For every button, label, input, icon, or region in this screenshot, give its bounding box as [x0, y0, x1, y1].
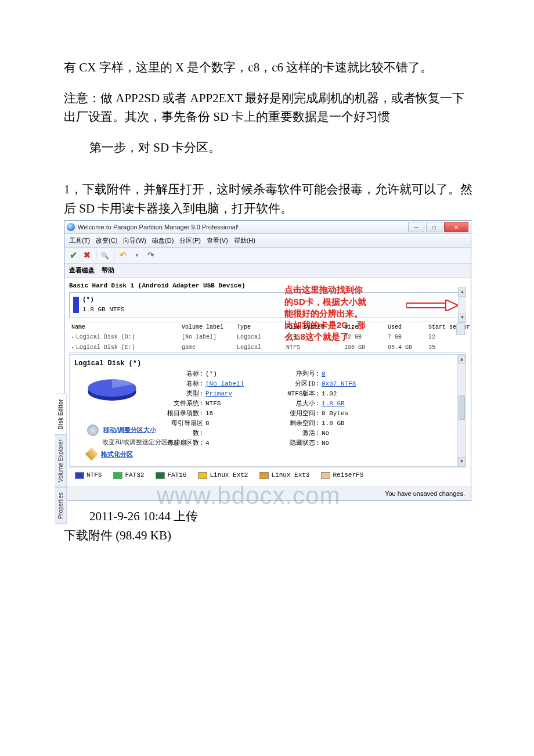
- swatch-icon: [259, 472, 269, 479]
- minimize-button[interactable]: ─: [408, 222, 424, 232]
- partition-color-icon: [73, 297, 79, 313]
- scrollbar-vertical[interactable]: ▲ ▼: [457, 355, 466, 466]
- link-serial[interactable]: 0: [322, 369, 326, 379]
- toolbar-separator: [96, 250, 96, 261]
- dropdown-icon[interactable]: ▾: [132, 250, 142, 261]
- prop-row: 激活:No: [277, 429, 394, 438]
- detail-pane: Logical Disk (*) www.bdocx.com 卷标:(*) 卷标…: [69, 354, 466, 467]
- disk-label-size: 1.8 GB NTFS: [82, 305, 125, 315]
- cell-fs: NTFS: [286, 333, 344, 342]
- title-bar: Welcome to Paragon Partition Manager 9.0…: [64, 221, 471, 234]
- step-1-body: 1，下载附件，并解压打开，这时候杀毒软件可能会报毒，允许就可以了。然后 SD 卡…: [64, 180, 473, 218]
- detail-title: Logical Disk (*): [74, 358, 461, 369]
- col-filesystem[interactable]: File system: [286, 323, 344, 332]
- legend-item: FAT16: [156, 470, 186, 480]
- app-window: Welcome to Paragon Partition Manager 9.0…: [64, 220, 471, 501]
- scroll-up-icon[interactable]: ▲: [458, 355, 466, 364]
- side-tab-disk-editor[interactable]: Disk Editor: [55, 394, 67, 435]
- view-disk-tab[interactable]: 查看磁盘: [69, 265, 95, 275]
- prop-row: 类型:Primary: [161, 389, 277, 399]
- svg-rect-0: [406, 303, 446, 308]
- col-type[interactable]: Type: [237, 323, 286, 332]
- scrollbar-vertical[interactable]: ▲ ▼: [458, 287, 466, 322]
- col-volume-label[interactable]: Volume label: [182, 323, 237, 332]
- prop-row: 序列号:0: [277, 369, 394, 379]
- disk-info: (*) 1.8 GB NTFS: [82, 295, 125, 315]
- swatch-icon: [113, 472, 122, 479]
- maximize-button[interactable]: □: [426, 222, 442, 232]
- disk-label-star: (*): [82, 295, 125, 305]
- cell-used: 7 GB: [388, 333, 428, 342]
- cell-vol: [No label]: [182, 333, 237, 342]
- prop-row: 卷标:[No label]: [161, 379, 277, 389]
- cell-size: 62 GB: [344, 333, 388, 342]
- menu-wizard[interactable]: 向导(W): [123, 236, 146, 246]
- toolbar-separator: [114, 250, 114, 261]
- gear-icon: [87, 424, 99, 436]
- search-icon[interactable]: 🔍: [100, 250, 110, 261]
- scroll-up-icon[interactable]: ▲: [459, 287, 466, 297]
- pie-chart-icon: [80, 375, 144, 404]
- apply-icon[interactable]: ✔: [68, 250, 78, 261]
- partition-table: Name Volume label Type File system Size …: [69, 322, 466, 354]
- menu-view[interactable]: 查看(V): [207, 236, 228, 246]
- menu-bar: 工具(T) 改变(C) 向导(W) 磁盘(D) 分区(P) 查看(V) 帮助(H…: [64, 234, 471, 248]
- link-no-label[interactable]: [No label]: [205, 379, 244, 389]
- col-size[interactable]: Size: [344, 323, 388, 332]
- menu-tools[interactable]: 工具(T): [69, 236, 90, 246]
- swatch-icon: [75, 472, 84, 479]
- prop-row: 文件系统:NTFS: [161, 399, 277, 409]
- prop-row: 使用空间:0 Bytes: [277, 409, 394, 419]
- cell-name: Logical Disk (E:): [71, 343, 182, 352]
- toolbar: ✔ ✖ 🔍 ↶ ▾ ↷: [64, 248, 471, 264]
- link-total-size[interactable]: 1.8 GB: [322, 399, 345, 409]
- prop-row: NTFS版本:1.02: [277, 389, 394, 399]
- brush-icon: [85, 448, 99, 461]
- sub-toolbar: 查看磁盘 帮助: [64, 264, 471, 278]
- scroll-down-icon[interactable]: ▼: [458, 457, 466, 466]
- table-row[interactable]: Logical Disk (D:) [No label] Logical NTF…: [69, 332, 466, 343]
- window-title: Welcome to Paragon Partition Manager 9.0…: [78, 222, 408, 232]
- side-tab-volume-explorer[interactable]: Volume Explorer: [55, 434, 67, 487]
- download-attachment-link[interactable]: 下载附件 (98.49 KB): [64, 526, 473, 545]
- prop-row: 卷标:(*): [161, 369, 277, 379]
- table-header: Name Volume label Type File system Size …: [69, 322, 466, 333]
- scroll-thumb[interactable]: [459, 395, 465, 420]
- action-resize-sub: 改变和/或调整选定分区大小。: [102, 437, 187, 447]
- paragraph-intro: 有 CX 字样，这里的 X 是个数字，c8，c6 这样的卡速就比较不错了。: [64, 58, 473, 77]
- cell-start: 22: [428, 333, 475, 342]
- menu-disk[interactable]: 磁盘(D): [152, 236, 174, 246]
- cell-type: Logical: [237, 343, 286, 352]
- col-used[interactable]: Used: [388, 323, 428, 332]
- legend-item: NTFS: [75, 470, 102, 480]
- discard-icon[interactable]: ✖: [82, 250, 92, 261]
- disk-bar[interactable]: (*) 1.8 GB NTFS 点击这里拖动找到你 的SD卡，根据大小就 能很好…: [69, 292, 466, 318]
- close-button[interactable]: ✕: [444, 222, 468, 232]
- action-resize-link[interactable]: 移动/调整分区大小: [103, 425, 156, 435]
- app-icon: [67, 223, 75, 231]
- filesystem-legend: NTFS FAT32 FAT16 Linux Ext2 Linux Ext3 R…: [69, 467, 466, 483]
- properties-grid: 卷标:(*) 卷标:[No label] 类型:Primary 文件系统:NTF…: [161, 369, 461, 448]
- cell-type: Logical: [237, 333, 286, 342]
- cell-start: 35: [428, 343, 475, 352]
- undo-icon[interactable]: ↶: [118, 250, 128, 261]
- menu-help[interactable]: 帮助(H): [234, 236, 255, 246]
- action-format-link[interactable]: 格式化分区: [101, 449, 133, 459]
- table-row[interactable]: Logical Disk (E:) game Logical NTFS 106 …: [69, 343, 466, 353]
- col-name[interactable]: Name: [71, 323, 182, 332]
- col-start-sector[interactable]: Start sector: [428, 323, 475, 332]
- cell-size: 106 GB: [344, 343, 388, 352]
- link-partition-id[interactable]: 0x07 NTFS: [322, 379, 356, 389]
- menu-partition[interactable]: 分区(P): [179, 236, 201, 246]
- menu-change[interactable]: 改变(C): [96, 236, 117, 246]
- redo-icon[interactable]: ↷: [146, 250, 156, 261]
- link-primary[interactable]: Primary: [205, 389, 232, 399]
- help-tab[interactable]: 帮助: [102, 265, 114, 275]
- swatch-icon: [321, 472, 330, 479]
- cell-vol: game: [182, 343, 237, 352]
- prop-row: 隐藏状态:No: [277, 438, 394, 448]
- annotation-line: 点击这里拖动找到你: [284, 284, 430, 296]
- side-tab-properties[interactable]: Properties: [55, 487, 67, 524]
- status-text: You have unsaved changes.: [385, 489, 465, 499]
- scroll-up-icon[interactable]: [456, 323, 465, 335]
